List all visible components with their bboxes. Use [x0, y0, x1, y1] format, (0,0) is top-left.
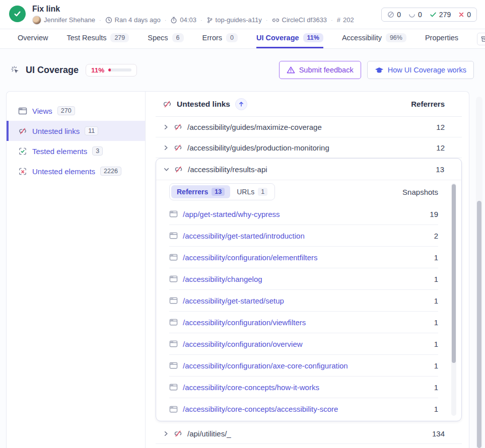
submit-feedback-button[interactable]: Submit feedback: [279, 61, 361, 79]
passed-stat: 279: [430, 11, 451, 19]
archive-run-button[interactable]: [477, 33, 485, 45]
run-passed-status-icon: [9, 6, 26, 22]
snapshot-count: 1: [434, 405, 438, 413]
tab-properties[interactable]: Properties: [425, 29, 458, 48]
referrer-path: /accessibility/configuration/overview: [183, 340, 303, 348]
chevron-right-icon[interactable]: [163, 145, 169, 151]
ui-coverage-icon: [10, 65, 21, 76]
referrer-count: 134: [432, 429, 445, 438]
coverage-sidebar: Views 270 Untested links 11 Tested eleme…: [7, 92, 146, 448]
tab-referrers[interactable]: Referrers 13: [171, 185, 230, 198]
skipped-stat: 0: [387, 11, 401, 19]
sidebar-badge: 2226: [100, 167, 121, 176]
referrer-path: /accessibility/configuration/elementfilt…: [183, 253, 318, 262]
referrer-row[interactable]: /accessibility/configuration/elementfilt…: [169, 247, 438, 268]
referrer-path: /accessibility/configuration/axe-core-co…: [183, 361, 348, 370]
sort-ascending-button[interactable]: [235, 98, 247, 110]
failed-icon: [458, 12, 464, 18]
pending-icon: [408, 11, 415, 18]
tab-specs[interactable]: Specs6: [148, 29, 183, 48]
sidebar-badge: 270: [57, 106, 75, 115]
graduation-cap-icon: [375, 66, 384, 74]
stopwatch-icon: [170, 17, 177, 24]
test-result-summary: 0 0 279 0: [381, 8, 477, 22]
snapshot-count: 1: [434, 318, 438, 327]
failed-stat: 0: [458, 11, 471, 19]
ui-coverage-section-header: UI Coverage 11% Submit feedback How UI C…: [0, 49, 485, 91]
arrow-up-icon: [238, 101, 244, 107]
panel-tab-group: Referrers 13 URLs 1: [169, 183, 275, 200]
tab-accessibility[interactable]: Accessibility96%: [342, 29, 406, 48]
page-scrollbar-thumb[interactable]: [477, 201, 481, 448]
untested-links-table: Untested links Referrers: [146, 92, 469, 448]
referrer-path: /accessibility/get-started/introduction: [183, 232, 305, 240]
chevron-right-icon[interactable]: [163, 124, 169, 130]
referrer-row[interactable]: /accessibility/get-started/introduction …: [169, 225, 438, 247]
referrer-path: /accessibility/get-started/setup: [183, 296, 284, 305]
referrers-panel: Referrers 13 URLs 1 Snapshots: [156, 180, 461, 421]
archive-icon: [480, 35, 485, 43]
untested-links-icon: [18, 127, 27, 135]
untested-link-row[interactable]: /accessibility/guides/production-monitor…: [156, 137, 462, 158]
page-scrollbar[interactable]: [476, 97, 482, 448]
hash-icon: #: [337, 16, 340, 24]
sidebar-item-views[interactable]: Views 270: [7, 101, 145, 121]
untested-link-icon: [174, 429, 182, 438]
collapsed-rows: /accessibility/guides/maximize-coverage …: [156, 117, 462, 158]
tab-badge: 13: [212, 188, 225, 196]
sidebar-item-untested-elements[interactable]: Untested elements 2226: [7, 161, 145, 181]
referrer-count: 13: [436, 165, 444, 174]
untested-link-row[interactable]: /api/utilities/_ 134: [156, 423, 462, 444]
referrer-row[interactable]: /accessibility/configuration/axe-core-co…: [169, 355, 438, 377]
tab-errors[interactable]: Errors0: [202, 29, 238, 48]
table-header: Untested links Referrers: [156, 92, 462, 117]
ci-link-icon: [272, 17, 280, 24]
tab-ui-coverage[interactable]: UI Coverage11%: [256, 29, 323, 48]
view-icon: [169, 296, 178, 305]
tab-urls[interactable]: URLs 1: [231, 185, 273, 198]
panel-scrollbar[interactable]: [451, 183, 456, 416]
sidebar-badge: 3: [92, 146, 103, 156]
link-path: /accessibility/guides/production-monitor…: [187, 143, 329, 152]
sidebar-item-untested-links[interactable]: Untested links 11: [7, 121, 145, 141]
referrer-row[interactable]: /accessibility/changelog 1: [169, 268, 438, 290]
views-icon: [18, 107, 27, 115]
view-icon: [169, 383, 178, 391]
snapshot-count: 1: [434, 361, 438, 370]
chevron-right-icon[interactable]: [163, 431, 169, 436]
how-ui-coverage-works-button[interactable]: How UI Coverage works: [367, 61, 474, 79]
link-path: /api/utilities/_: [187, 429, 231, 438]
run-author[interactable]: Jennifer Shehane: [32, 16, 95, 25]
referrer-row[interactable]: /accessibility/configuration/viewfilters…: [169, 312, 438, 333]
untested-link-row[interactable]: /accessibility/guides/maximize-coverage …: [156, 117, 462, 137]
run-build-number: # 202: [337, 16, 354, 24]
link-path: /accessibility/guides/maximize-coverage: [187, 123, 322, 131]
run-ci[interactable]: CircleCI df3633: [272, 16, 327, 24]
snapshots-column-header: Snapshots: [402, 188, 438, 196]
expanded-link-row[interactable]: /accessibility/results-api 13: [156, 159, 461, 180]
run-duration: 04:03: [170, 16, 196, 24]
referrer-row[interactable]: /accessibility/configuration/overview 1: [169, 333, 438, 355]
sidebar-item-tested-elements[interactable]: Tested elements 3: [7, 141, 145, 161]
referrer-row[interactable]: /accessibility/core-concepts/how-it-work…: [169, 377, 438, 398]
run-branch[interactable]: top-guides-a11y: [206, 16, 262, 24]
referrer-row[interactable]: /accessibility/core-concepts/accessibili…: [169, 398, 438, 420]
snapshot-count: 1: [434, 296, 438, 305]
panel-scrollbar-thumb[interactable]: [452, 184, 456, 363]
tab-badge: 96%: [386, 33, 406, 42]
coverage-content-card: Views 270 Untested links 11 Tested eleme…: [6, 91, 469, 448]
coverage-score-pill: 11%: [86, 64, 137, 77]
untested-elements-icon: [18, 167, 27, 176]
referrer-row[interactable]: /app/get-started/why-cypress 19: [169, 203, 438, 225]
tab-overview[interactable]: Overview: [18, 29, 48, 48]
clock-icon: [105, 17, 112, 24]
referrer-count: 12: [436, 123, 445, 131]
chevron-down-icon[interactable]: [163, 167, 169, 172]
tab-test-results[interactable]: Test Results279: [66, 29, 129, 48]
referrer-path: /app/get-started/why-cypress: [183, 210, 280, 218]
untested-link-icon: [174, 123, 182, 131]
tested-elements-icon: [18, 147, 27, 156]
link-path: /accessibility/results-api: [188, 165, 267, 174]
run-tabbar: Overview Test Results279 Specs6 Errors0 …: [0, 29, 485, 49]
referrer-row[interactable]: /accessibility/get-started/setup 1: [169, 290, 438, 312]
